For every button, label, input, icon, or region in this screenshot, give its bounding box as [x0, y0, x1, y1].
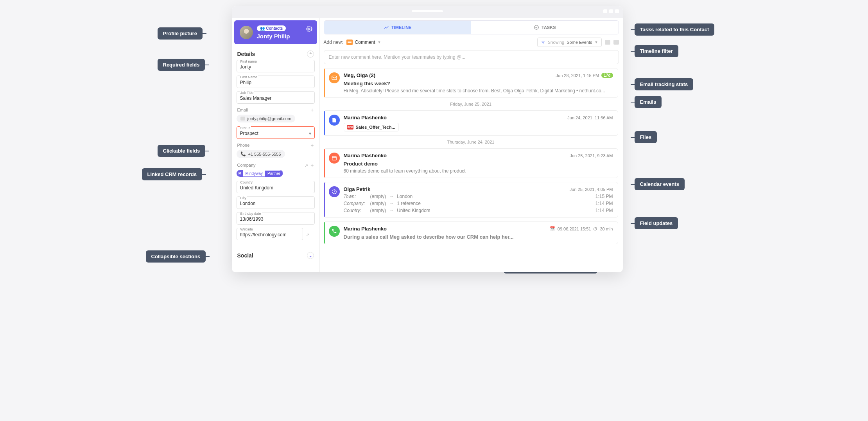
- country-label: Country: [240, 180, 254, 184]
- calendar-icon: [329, 153, 340, 164]
- tasks-icon: [534, 25, 539, 30]
- last-name-field[interactable]: Last Name: [237, 76, 315, 88]
- layout-icon-1[interactable]: [605, 40, 610, 45]
- city-input[interactable]: [237, 196, 315, 209]
- showing-label: Showing: [548, 40, 564, 45]
- event-title: Product demo: [344, 161, 613, 167]
- comment-label: Comment: [355, 40, 375, 45]
- gear-icon[interactable]: [306, 26, 312, 32]
- timeline-filter[interactable]: Showing Some Events ▼: [537, 38, 602, 47]
- email-pill[interactable]: jonty.philip@gmail.com: [237, 115, 295, 122]
- callout-calendar: Calendar events: [635, 178, 685, 190]
- clock-icon: ⏱: [593, 227, 597, 231]
- email-value: jonty.philip@gmail.com: [247, 116, 291, 121]
- phone-icon: 📞: [240, 151, 246, 157]
- birthday-label: Birthday date: [240, 212, 262, 216]
- chevron-down-icon[interactable]: ⌄: [307, 252, 314, 259]
- phone-label: Phone: [237, 143, 250, 148]
- avatar[interactable]: [240, 26, 253, 39]
- email-label: Email: [237, 108, 248, 112]
- phone-pill[interactable]: 📞 +1 555-555-5555: [237, 150, 285, 158]
- add-company-icon[interactable]: +: [310, 162, 314, 168]
- timeline-icon: [384, 25, 389, 30]
- first-name-label: First name: [240, 59, 258, 63]
- file-chip[interactable]: PDF Sales_Offer_Tech...: [344, 123, 399, 131]
- update-row: Company: (empty)→1 reference 1:14 PM: [344, 201, 613, 206]
- add-email-icon[interactable]: +: [310, 107, 314, 113]
- svg-rect-6: [332, 157, 336, 160]
- company-label: Company: [237, 163, 256, 167]
- feed-event-card[interactable]: Marina Plashenko Jun 25, 2021, 9:23 AM P…: [324, 148, 618, 178]
- email-from: Meg, Olga (2): [344, 72, 376, 78]
- callout-files: Files: [635, 131, 657, 143]
- social-section-header[interactable]: Social ⌄: [237, 248, 315, 261]
- update-row: Town: (empty)→London 1:15 PM: [344, 194, 613, 199]
- job-title-label: Job Title: [240, 91, 255, 95]
- company-chip[interactable]: M Mindyway Partner: [237, 170, 283, 177]
- callout-linked-records: Linked CRM records: [142, 168, 202, 180]
- add-phone-icon[interactable]: +: [310, 142, 314, 148]
- event-desc: 60 minutes demo call to learn everything…: [344, 168, 613, 174]
- website-label: Website: [240, 227, 254, 231]
- feed-file-card[interactable]: Marina Plashenko Jun 24, 2021, 11:56 AM …: [324, 110, 618, 136]
- details-title: Details: [237, 51, 255, 57]
- job-title-field[interactable]: Job Title: [237, 91, 315, 104]
- event-date: Jun 25, 2021, 9:23 AM: [570, 153, 613, 158]
- company-initial: M: [237, 170, 243, 176]
- file-icon: [329, 115, 340, 126]
- layout-icon-2[interactable]: [613, 40, 619, 45]
- window-titlebar: [232, 6, 623, 18]
- app-window: 👥 Contacts Jonty Philip Details ⌃: [232, 6, 623, 272]
- city-field[interactable]: City: [237, 196, 315, 209]
- website-open-icon[interactable]: ↗: [306, 232, 309, 237]
- tab-tasks[interactable]: TASKS: [471, 21, 619, 34]
- status-field[interactable]: Status Prospect ▾: [237, 126, 315, 139]
- file-date: Jun 24, 2021, 11:56 AM: [567, 115, 613, 120]
- city-label: City: [240, 196, 247, 200]
- chevron-up-icon[interactable]: ⌃: [307, 50, 314, 58]
- status-value: Prospect: [240, 131, 258, 136]
- first-name-field[interactable]: First name: [237, 60, 315, 72]
- date-separator: Friday, June 25, 2021: [324, 102, 618, 106]
- mail-icon: [329, 72, 340, 83]
- feed-update-card[interactable]: Olga Petrik Jun 25, 2021, 4:05 PM Town: …: [324, 182, 618, 218]
- social-title: Social: [237, 252, 253, 259]
- callout-required-fields: Required fields: [158, 59, 205, 71]
- status-label: Status: [240, 126, 251, 130]
- call-desc: During a sales call Meg asked to describ…: [344, 234, 613, 240]
- comment-input[interactable]: Enter new comment here. Mention your tea…: [324, 50, 619, 64]
- event-from: Marina Plashenko: [344, 153, 387, 158]
- folder-pill[interactable]: 👥 Contacts: [257, 25, 286, 31]
- calendar-small-icon: 📅: [550, 226, 555, 231]
- call-datetime: 09.06.2021 15:51: [558, 227, 591, 231]
- callout-timeline-filter: Timeline filter: [635, 45, 678, 57]
- sidebar: 👥 Contacts Jonty Philip Details ⌃: [232, 18, 320, 272]
- details-section-header[interactable]: Details ⌃: [237, 47, 315, 60]
- main-area: TIMELINE TASKS Add new: Comment ▼: [320, 18, 623, 272]
- tab-timeline-label: TIMELINE: [391, 25, 411, 30]
- website-field[interactable]: Website: [237, 228, 303, 240]
- country-field[interactable]: Country: [237, 181, 315, 193]
- callout-emails: Emails: [635, 96, 662, 108]
- people-icon: 👥: [260, 26, 265, 31]
- add-comment-button[interactable]: Comment ▼: [346, 40, 381, 45]
- email-subject: Meeting this week?: [344, 81, 613, 86]
- toolbar: Add new: Comment ▼ Showing Some Events ▼: [324, 38, 619, 47]
- phone-value: +1 555-555-5555: [248, 152, 281, 157]
- feed-call-card[interactable]: Marina Plashenko 📅 09.06.2021 15:51 ⏱ 30…: [324, 221, 618, 244]
- email-body: Hi Meg, Absolutely! Please send me sever…: [344, 88, 613, 94]
- chevron-down-icon[interactable]: ▾: [309, 131, 311, 136]
- email-date: Jun 28, 2021, 1:15 PM: [556, 73, 599, 78]
- company-name: Mindyway: [243, 171, 265, 176]
- tab-timeline[interactable]: TIMELINE: [324, 21, 472, 34]
- tab-tasks-label: TASKS: [542, 25, 556, 30]
- svg-point-0: [308, 28, 310, 30]
- comment-icon: [346, 40, 353, 45]
- open-link-icon[interactable]: ↗: [305, 163, 308, 168]
- filter-icon: [541, 40, 545, 45]
- last-name-label: Last Name: [240, 75, 258, 79]
- callout-tracking: Email tracking stats: [635, 78, 694, 90]
- profile-name: Jonty Philip: [257, 33, 290, 40]
- feed-email-card[interactable]: Meg, Olga (2) Jun 28, 2021, 1:15 PM 17d …: [324, 68, 618, 98]
- birthday-field[interactable]: Birthday date: [237, 212, 315, 225]
